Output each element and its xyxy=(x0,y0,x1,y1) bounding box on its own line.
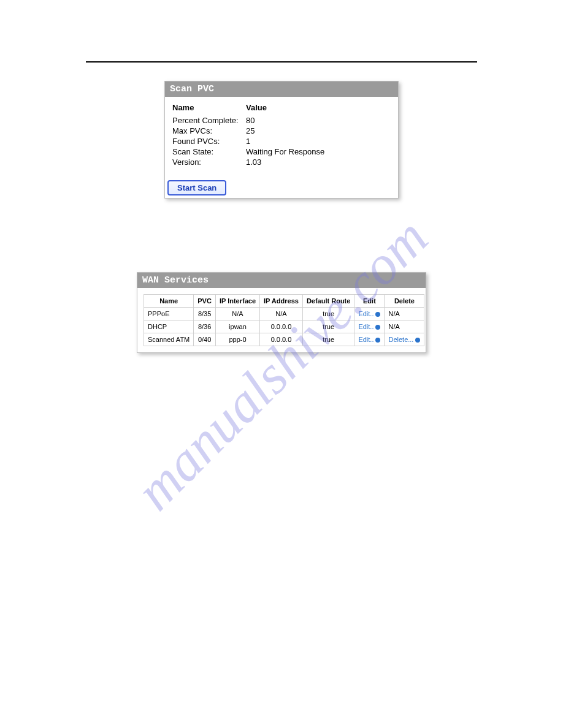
row-value: Waiting For Response xyxy=(246,147,391,156)
edit-link[interactable]: Edit.. xyxy=(358,323,373,330)
wan-services-table: Name PVC IP Interface IP Address Default… xyxy=(144,294,424,346)
row-label: Max PVCs: xyxy=(172,126,246,135)
cell-iface: ppp-0 xyxy=(215,333,259,346)
divider xyxy=(86,61,477,63)
delete-link[interactable]: Delete... xyxy=(388,336,413,343)
scan-pvc-col-name: Name xyxy=(172,103,246,112)
table-row: Scanned ATM 0/40 ppp-0 0.0.0.0 true Edit… xyxy=(144,333,424,346)
wan-services-title: WAN Services xyxy=(137,273,426,288)
col-route: Default Route xyxy=(302,295,354,308)
table-row: PPPoE 8/35 N/A N/A true Edit.. N/A xyxy=(144,308,424,320)
cell-name: Scanned ATM xyxy=(144,333,194,346)
table-row: DHCP 8/36 ipwan 0.0.0.0 true Edit.. N/A xyxy=(144,320,424,333)
cell-pvc: 8/35 xyxy=(194,308,216,320)
row-value: 80 xyxy=(246,116,391,125)
scan-pvc-col-value: Value xyxy=(246,103,391,112)
col-ip: IP Address xyxy=(260,295,303,308)
cell-iface: N/A xyxy=(215,308,259,320)
col-iface: IP Interface xyxy=(215,295,259,308)
start-scan-button[interactable]: Start Scan xyxy=(167,180,226,195)
edit-link[interactable]: Edit.. xyxy=(358,336,373,343)
arrow-icon xyxy=(375,325,380,330)
cell-name: DHCP xyxy=(144,320,194,333)
cell-delete: N/A xyxy=(385,320,424,333)
cell-ip: N/A xyxy=(260,308,303,320)
cell-pvc: 8/36 xyxy=(194,320,216,333)
row-label: Found PVCs: xyxy=(172,137,246,146)
row-label: Scan State: xyxy=(172,147,246,156)
cell-iface: ipwan xyxy=(215,320,259,333)
scan-pvc-panel: Scan PVC Name Value Percent Complete:80 … xyxy=(164,81,399,199)
row-label: Version: xyxy=(172,157,246,167)
edit-link[interactable]: Edit.. xyxy=(358,310,373,317)
row-value: 1 xyxy=(246,137,391,146)
arrow-icon xyxy=(415,338,420,343)
cell-pvc: 0/40 xyxy=(194,333,216,346)
col-name: Name xyxy=(144,295,194,308)
cell-route: true xyxy=(302,320,354,333)
row-value: 25 xyxy=(246,126,391,135)
cell-ip: 0.0.0.0 xyxy=(260,333,303,346)
arrow-icon xyxy=(375,312,380,317)
cell-name: PPPoE xyxy=(144,308,194,320)
cell-delete: N/A xyxy=(385,308,424,320)
row-value: 1.03 xyxy=(246,157,391,167)
col-pvc: PVC xyxy=(194,295,216,308)
wan-services-panel: WAN Services Name PVC IP Interface IP Ad… xyxy=(137,272,426,353)
row-label: Percent Complete: xyxy=(172,116,246,125)
cell-ip: 0.0.0.0 xyxy=(260,320,303,333)
cell-route: true xyxy=(302,333,354,346)
col-edit: Edit xyxy=(354,295,385,308)
arrow-icon xyxy=(375,338,380,343)
cell-route: true xyxy=(302,308,354,320)
col-delete: Delete xyxy=(385,295,424,308)
scan-pvc-title: Scan PVC xyxy=(165,82,398,97)
watermark: manualshive.com xyxy=(123,206,440,522)
